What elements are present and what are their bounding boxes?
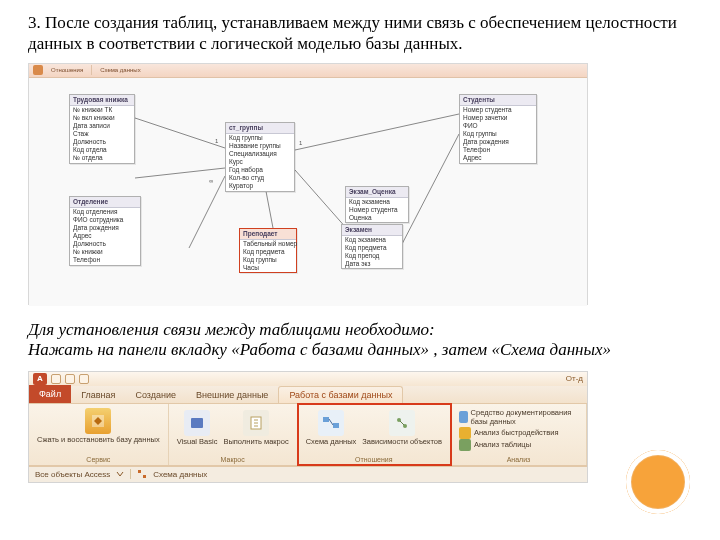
visual-basic-icon	[184, 410, 210, 436]
schema-ribbon-label-1: Отношения	[51, 67, 83, 73]
tab-home[interactable]: Главная	[71, 387, 125, 403]
app-icon: A	[33, 373, 47, 385]
table-header: ст_группы	[226, 123, 294, 134]
perf-analyze-button[interactable]: Анализ быстродействия	[459, 427, 559, 439]
ribbon-tabs: Файл Главная Создание Внешние данные Раб…	[29, 386, 587, 404]
schema-ribbon-label-2: Схема данных	[100, 67, 141, 73]
relation-icon	[33, 65, 43, 75]
group-label: Макрос	[177, 454, 289, 463]
ribbon-body: Сжать и восстановить базу данных Сервис …	[29, 404, 587, 466]
object-deps-icon	[389, 410, 415, 436]
object-deps-button[interactable]: Зависимости объектов	[362, 410, 442, 446]
visual-basic-label: Visual Basic	[177, 438, 218, 446]
group-service: Сжать и восстановить базу данных Сервис	[29, 404, 169, 465]
schema-data-button[interactable]: Схема данных	[306, 410, 357, 446]
nav-pane-header: Все объекты Access Схема данных	[29, 466, 587, 482]
table-analyze-icon	[459, 439, 471, 451]
qat-save-icon[interactable]	[51, 374, 61, 384]
doc-tool-button[interactable]: Средство документирования базы данных	[459, 408, 578, 428]
schema-data-icon	[318, 410, 344, 436]
schema-ribbon: Отношения Схема данных	[29, 64, 587, 78]
table-box[interactable]: Экзамен Код экзаменаКод предметаКод преп…	[341, 224, 403, 270]
table-box-highlight[interactable]: Преподает Табельный номерКод предметаКод…	[239, 228, 297, 274]
table-box[interactable]: Студенты Номер студентаНомер зачеткиФИОК…	[459, 94, 537, 164]
table-header: Студенты	[460, 95, 536, 106]
doc-tool-icon	[459, 411, 468, 423]
table-box[interactable]: ст_группы Код группыНазвание группыСпеци…	[225, 122, 295, 192]
table-header: Трудовая книжка	[70, 95, 134, 106]
table-box[interactable]: Трудовая книжка № книжки ТК№ вкл книжкиД…	[69, 94, 135, 164]
table-header: Экзам_Оценка	[346, 187, 408, 198]
group-label: Анализ	[459, 454, 578, 463]
svg-rect-10	[323, 417, 329, 422]
svg-line-2	[189, 176, 225, 248]
run-macro-label: Выполнить макрос	[223, 438, 288, 446]
tab-external-data[interactable]: Внешние данные	[186, 387, 278, 403]
tab-database-tools[interactable]: Работа с базами данных	[278, 386, 403, 403]
relation-mini-icon	[137, 469, 147, 479]
titlebar: A От-д	[29, 372, 587, 386]
svg-line-15	[400, 421, 404, 425]
quick-access-toolbar	[51, 374, 89, 384]
table-box[interactable]: Экзам_Оценка Код экзаменаНомер студентаО…	[345, 186, 409, 224]
svg-line-5	[265, 186, 273, 228]
instruction-heading: 3. После создания таблиц, устанавливаем …	[28, 12, 680, 55]
visual-basic-button[interactable]: Visual Basic	[177, 410, 218, 446]
group-label: Отношения	[306, 454, 442, 463]
object-deps-label: Зависимости объектов	[362, 438, 442, 446]
decorative-circle	[626, 450, 690, 514]
table-header: Отделение	[70, 197, 140, 208]
svg-line-3	[295, 114, 459, 150]
table-header: Экзамен	[342, 225, 402, 236]
svg-line-0	[135, 118, 225, 148]
table-analyze-button[interactable]: Анализ таблицы	[459, 439, 531, 451]
group-macros: Visual Basic Выполнить макрос Макрос	[169, 404, 298, 465]
group-relations-highlight: Схема данных Зависимости объектов Отноше…	[298, 404, 451, 465]
compact-repair-label: Сжать и восстановить базу данных	[37, 436, 160, 444]
file-tab[interactable]: Файл	[29, 385, 71, 403]
nav-label[interactable]: Все объекты Access	[35, 470, 110, 479]
instruction-sub-2: Нажать на панели вкладку «Работа с базам…	[28, 339, 680, 361]
tab-create[interactable]: Создание	[125, 387, 186, 403]
instruction-sub-1: Для установления связи между таблицами н…	[28, 319, 680, 341]
schema-screenshot: Отношения Схема данных 1 1 ∞ Трудовая кн…	[28, 63, 588, 305]
svg-rect-17	[143, 475, 146, 478]
svg-rect-8	[191, 418, 203, 428]
schema-data-label: Схема данных	[306, 438, 357, 446]
table-box[interactable]: Отделение Код отделенияФИО сотрудникаДат…	[69, 196, 141, 266]
svg-line-6	[401, 134, 459, 246]
ribbon-screenshot: A От-д Файл Главная Создание Внешние дан…	[28, 371, 588, 483]
svg-rect-11	[333, 423, 339, 428]
compact-repair-button[interactable]: Сжать и восстановить базу данных	[37, 408, 160, 444]
run-macro-icon	[243, 410, 269, 436]
qat-redo-icon[interactable]	[79, 374, 89, 384]
nav-sheet-label[interactable]: Схема данных	[153, 470, 207, 479]
svg-line-12	[329, 419, 333, 425]
perf-analyze-icon	[459, 427, 471, 439]
qat-undo-icon[interactable]	[65, 374, 75, 384]
svg-rect-16	[138, 470, 141, 473]
compact-repair-icon	[85, 408, 111, 434]
run-macro-button[interactable]: Выполнить макрос	[223, 410, 288, 446]
title-right: От-д	[566, 374, 583, 383]
table-header: Преподает	[240, 229, 296, 240]
chevron-down-icon[interactable]	[116, 470, 124, 478]
svg-line-1	[135, 168, 225, 178]
group-analyze: Средство документирования базы данных Ан…	[451, 404, 587, 465]
group-label: Сервис	[37, 454, 160, 463]
